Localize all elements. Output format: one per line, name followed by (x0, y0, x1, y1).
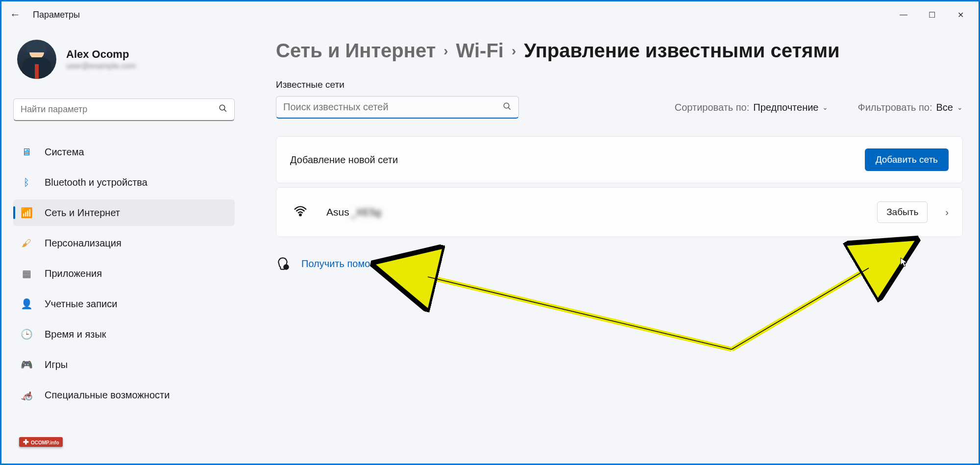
back-button[interactable]: ← (5, 5, 25, 24)
network-name: Asus_XE5g (326, 206, 381, 218)
sidebar-item-0[interactable]: 🖥Система (13, 139, 235, 165)
close-button[interactable]: ✕ (946, 5, 975, 24)
network-search[interactable] (276, 96, 519, 119)
help-icon: ? (276, 257, 290, 270)
svg-point-4 (299, 214, 301, 216)
sort-label: Сортировать по: (675, 102, 750, 113)
network-search-input[interactable] (283, 101, 503, 113)
add-network-card: Добавление новой сети Добавить сеть (276, 136, 963, 183)
sort-value: Предпочтение (753, 102, 818, 113)
sidebar-item-5[interactable]: 👤Учетные записи (13, 291, 235, 317)
nav-icon: 🖥 (20, 146, 33, 158)
avatar (17, 40, 56, 79)
network-row[interactable]: Asus_XE5g Забыть › (276, 187, 963, 237)
sidebar-item-6[interactable]: 🕒Время и язык (13, 321, 235, 347)
filter-label: Фильтровать по: (858, 102, 932, 113)
nav-icon: ▦ (20, 267, 33, 280)
profile-name: Alex Ocomp (66, 48, 136, 61)
add-network-title: Добавление новой сети (290, 154, 398, 166)
breadcrumb-current: Управление известными сетями (524, 40, 839, 62)
sidebar-item-7[interactable]: 🎮Игры (13, 351, 235, 378)
sidebar-item-3[interactable]: 🖌Персонализация (13, 230, 235, 256)
nav-label: Bluetooth и устройства (45, 177, 147, 188)
breadcrumb-network[interactable]: Сеть и Интернет (276, 40, 436, 62)
filter-dropdown[interactable]: Фильтровать по: Все ⌄ (858, 102, 963, 113)
help-link[interactable]: ? Получить помощь (276, 257, 963, 270)
sidebar-search[interactable] (13, 98, 235, 121)
nav-label: Сеть и Интернет (45, 207, 120, 219)
nav-label: Система (45, 147, 84, 158)
sidebar-search-input[interactable] (21, 104, 219, 115)
nav-icon: 👤 (20, 297, 33, 310)
nav-label: Учетные записи (45, 298, 117, 310)
chevron-right-icon: › (512, 43, 516, 59)
nav-icon: 🦽 (20, 389, 33, 401)
forget-button[interactable]: Забыть (877, 201, 928, 223)
nav-icon: 🎮 (20, 358, 33, 371)
section-label: Известные сети (276, 79, 963, 90)
svg-line-3 (508, 107, 511, 110)
maximize-button[interactable]: ☐ (918, 5, 946, 24)
nav-label: Специальные возможности (45, 390, 170, 401)
svg-point-0 (220, 105, 225, 110)
sidebar-item-2[interactable]: 📶Сеть и Интернет (13, 199, 235, 226)
chevron-right-icon: › (443, 43, 448, 59)
breadcrumb-wifi[interactable]: Wi-Fi (456, 40, 504, 62)
nav-label: Игры (45, 359, 68, 370)
sort-dropdown[interactable]: Сортировать по: Предпочтение ⌄ (675, 102, 829, 113)
minimize-button[interactable]: — (889, 5, 918, 24)
window-title: Параметры (33, 10, 80, 20)
chevron-down-icon: ⌄ (822, 103, 828, 111)
profile-block[interactable]: Alex Ocomp user@example.com (13, 40, 235, 79)
nav-label: Приложения (45, 268, 102, 279)
svg-point-2 (504, 103, 509, 108)
filter-value: Все (936, 102, 953, 113)
sidebar-item-8[interactable]: 🦽Специальные возможности (13, 382, 235, 408)
sidebar: Alex Ocomp user@example.com 🖥СистемаᛒBlu… (1, 28, 246, 464)
nav-icon: ᛒ (20, 176, 33, 189)
sidebar-item-1[interactable]: ᛒBluetooth и устройства (13, 169, 235, 196)
nav-list: 🖥СистемаᛒBluetooth и устройства📶Сеть и И… (13, 139, 235, 408)
svg-text:?: ? (285, 266, 288, 270)
window-controls: — ☐ ✕ (889, 5, 975, 24)
search-icon (503, 102, 512, 113)
titlebar: ← Параметры — ☐ ✕ (1, 1, 979, 28)
watermark: ✚ OCOMP.info (19, 437, 63, 447)
add-network-button[interactable]: Добавить сеть (865, 148, 949, 171)
profile-email: user@example.com (66, 62, 136, 71)
nav-label: Персонализация (45, 238, 122, 249)
nav-icon: 🖌 (20, 237, 33, 249)
search-icon (219, 104, 227, 115)
nav-icon: 🕒 (20, 328, 33, 341)
main-content: Сеть и Интернет › Wi-Fi › Управление изв… (246, 28, 979, 464)
nav-icon: 📶 (20, 206, 33, 219)
sidebar-item-4[interactable]: ▦Приложения (13, 260, 235, 287)
svg-line-1 (224, 109, 226, 112)
chevron-right-icon[interactable]: › (945, 207, 949, 218)
breadcrumb: Сеть и Интернет › Wi-Fi › Управление изв… (276, 40, 963, 62)
nav-label: Время и язык (45, 329, 106, 340)
wifi-icon (293, 204, 308, 220)
help-text[interactable]: Получить помощь (301, 258, 383, 269)
chevron-down-icon: ⌄ (957, 103, 963, 111)
